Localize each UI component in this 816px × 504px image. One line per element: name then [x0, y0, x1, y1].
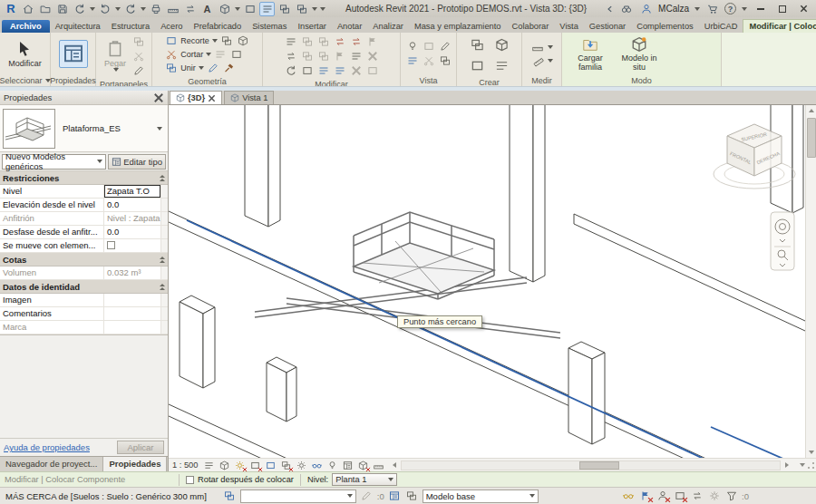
crop-view-icon[interactable]: [264, 460, 277, 471]
tab-arquitectura[interactable]: Arquitectura: [50, 20, 106, 33]
recorte-dropdown-icon[interactable]: [212, 39, 218, 43]
horizontal-scroll-thumb[interactable]: [579, 461, 619, 470]
property-row-imagen[interactable]: Imagen: [0, 294, 168, 307]
recorte-icon[interactable]: [164, 34, 179, 48]
scroll-down-icon[interactable]: [806, 447, 816, 458]
print-icon[interactable]: [148, 2, 163, 16]
3d-view-dropdown-icon[interactable]: [235, 7, 240, 11]
close-view-tab-icon[interactable]: [208, 94, 216, 102]
switch-windows-dropdown-icon[interactable]: [312, 7, 317, 11]
trim-multi-icon[interactable]: [349, 63, 364, 77]
tab-navegador-proyectos[interactable]: Navegador de proyect...: [0, 457, 103, 471]
pegar-button[interactable]: Pegar: [102, 39, 129, 73]
temporary-view-properties-icon[interactable]: [341, 460, 355, 471]
tab-analizar[interactable]: Analizar: [367, 20, 409, 33]
group-cotas[interactable]: Cotas: [0, 253, 168, 267]
user-avatar-icon[interactable]: [638, 2, 654, 16]
aligned-dimension-icon[interactable]: [182, 2, 198, 16]
tab-gestionar[interactable]: Gestionar: [584, 20, 631, 33]
cut-profile-icon[interactable]: [422, 54, 436, 68]
app-store-cart-icon[interactable]: [704, 2, 720, 16]
linework-icon[interactable]: [438, 40, 452, 53]
se-mueve-checkbox[interactable]: [107, 241, 115, 249]
open-file-icon[interactable]: [37, 2, 53, 16]
beam-joins-icon[interactable]: [213, 48, 228, 62]
redo-icon[interactable]: [122, 2, 138, 16]
coping-icon[interactable]: [219, 34, 234, 48]
cortar-dropdown-icon[interactable]: [206, 53, 211, 56]
pin-icon[interactable]: [365, 34, 380, 48]
trim-extend-icon[interactable]: [316, 63, 331, 77]
collapse-icon[interactable]: [160, 175, 165, 181]
property-row-desfase[interactable]: Desfase desde el anfitr... 0.0: [0, 226, 168, 239]
tab-complementos[interactable]: Complementos: [631, 20, 699, 33]
tab-masa-emplazamiento[interactable]: Masa y emplazamiento: [409, 20, 507, 33]
active-workset-combo[interactable]: [240, 489, 356, 503]
create-assembly-icon[interactable]: [470, 59, 484, 73]
group-restricciones[interactable]: Restricciones: [0, 171, 168, 185]
tab-anotar[interactable]: Anotar: [332, 20, 367, 33]
property-row-marca[interactable]: Marca: [0, 321, 168, 334]
username[interactable]: MCalza: [658, 4, 689, 14]
properties-header[interactable]: Propiedades: [0, 91, 168, 105]
property-row-nivel[interactable]: Nivel Zapata T.O: [0, 185, 168, 199]
panel-label-propiedades[interactable]: Propiedades: [51, 74, 95, 86]
nivel-value-field[interactable]: Zapata T.O: [104, 185, 160, 198]
reveal-hidden-elements-icon[interactable]: [325, 460, 339, 471]
sync-dropdown-icon[interactable]: [90, 7, 95, 11]
tab-vista[interactable]: Vista: [554, 20, 584, 33]
help-link[interactable]: Ayuda de propiedades: [4, 442, 90, 452]
collapse-search-icon[interactable]: [607, 2, 614, 16]
drawing-area[interactable]: SUPERIOR FRONTAL DERECHA: [169, 105, 816, 458]
navigation-bar[interactable]: [771, 212, 794, 270]
properties-close-icon[interactable]: [153, 92, 164, 103]
tab-modificar-colocar-componente[interactable]: Modificar | Colocar Componente: [743, 19, 816, 33]
design-option-combo[interactable]: Modelo base: [423, 489, 539, 503]
tab-prefabricado[interactable]: Prefabricado: [188, 20, 247, 33]
tab-archivo[interactable]: Archivo: [2, 20, 50, 33]
reveal-icon[interactable]: [405, 40, 420, 53]
paint-icon[interactable]: [206, 62, 220, 75]
switch-windows-icon[interactable]: [294, 2, 309, 16]
user-dropdown-icon[interactable]: [695, 7, 700, 11]
displace-icon[interactable]: [438, 54, 452, 68]
unir-label[interactable]: Unir: [180, 63, 196, 73]
select-pinned-icon[interactable]: [673, 489, 686, 502]
select-toggle-glasses-icon[interactable]: [621, 489, 635, 502]
cut-to-clipboard-icon[interactable]: [131, 49, 146, 63]
close-hidden-windows-icon[interactable]: [277, 2, 292, 16]
undo-icon[interactable]: [97, 2, 112, 16]
trim-corner-icon[interactable]: [300, 63, 315, 77]
property-row-se-mueve[interactable]: Se mueve con elemen...: [0, 239, 168, 253]
create-parts-icon[interactable]: [494, 59, 509, 73]
property-row-comentarios[interactable]: Comentarios: [0, 307, 168, 321]
create-group-icon[interactable]: [494, 38, 509, 52]
modelo-in-situ-button[interactable]: Modelo in situ: [618, 35, 660, 73]
move-icon[interactable]: [284, 49, 298, 63]
help-icon[interactable]: ?: [724, 3, 736, 15]
group-datos-identidad[interactable]: Datos de identidad: [0, 280, 168, 294]
sync-icon[interactable]: [72, 2, 87, 16]
create-similar-icon[interactable]: [470, 38, 484, 52]
select-underlay-icon[interactable]: [656, 489, 669, 502]
tab-insertar[interactable]: Insertar: [292, 20, 332, 33]
property-row-elevacion[interactable]: Elevación desde el nivel 0.0: [0, 199, 168, 212]
view-tab-3d[interactable]: {3D}: [170, 91, 222, 104]
select-links-icon[interactable]: [638, 489, 652, 502]
rendering-icon[interactable]: [295, 460, 308, 471]
wall-joins-icon[interactable]: [236, 34, 250, 48]
thin-lines-icon[interactable]: [259, 2, 275, 16]
delete-icon[interactable]: [365, 49, 380, 63]
dimension-icon[interactable]: [530, 53, 545, 67]
level-select[interactable]: Planta 1: [332, 473, 397, 486]
match-properties-icon[interactable]: [131, 63, 146, 77]
undo-dropdown-icon[interactable]: [115, 7, 121, 11]
revit-logo-icon[interactable]: R: [4, 2, 18, 15]
measure-icon[interactable]: [165, 2, 180, 16]
3d-view-icon[interactable]: [217, 2, 232, 16]
tab-estructura[interactable]: Estructura: [106, 20, 155, 33]
redo-dropdown-icon[interactable]: [141, 7, 146, 11]
cargar-familia-button[interactable]: Cargar familia: [569, 35, 611, 73]
panel-label-medir[interactable]: Medir: [522, 74, 561, 86]
measure-dropdown-icon[interactable]: [548, 45, 553, 49]
